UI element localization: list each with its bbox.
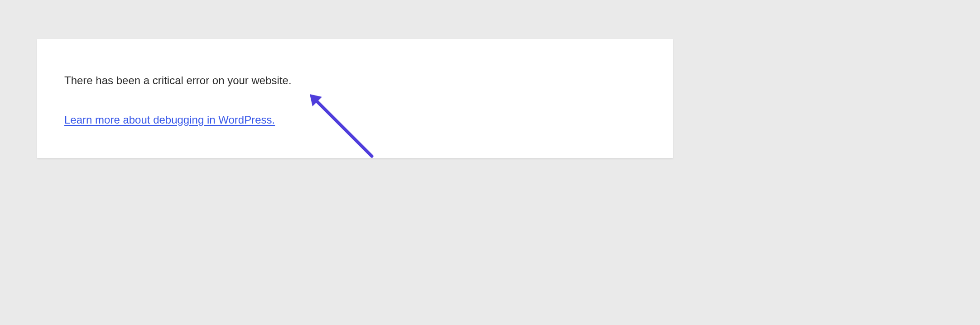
debug-link[interactable]: Learn more about debugging in WordPress. [64,114,275,126]
error-message: There has been a critical error on your … [64,73,646,88]
error-container: There has been a critical error on your … [37,39,673,158]
